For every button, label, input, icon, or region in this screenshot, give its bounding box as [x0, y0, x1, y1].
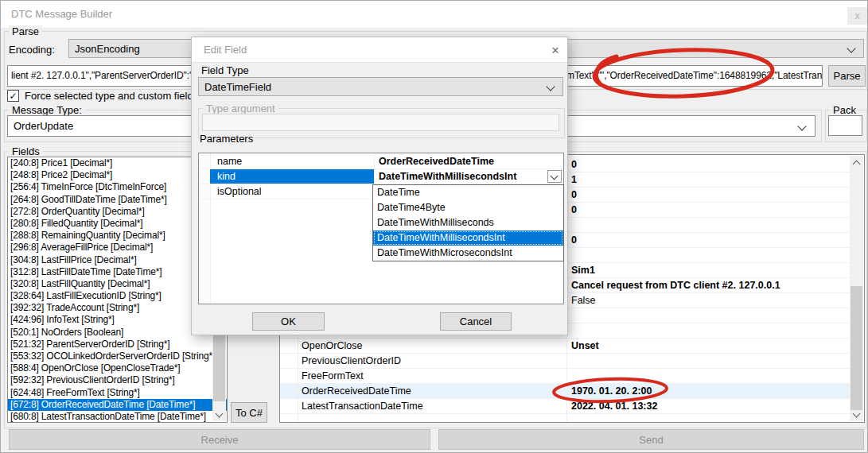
field-list-item[interactable]: [624:48] FreeFormText [String*]	[8, 387, 227, 399]
field-list-item[interactable]: [521:32] ParentServerOrderID [String*]	[8, 339, 227, 350]
field-list-item-label: [592:32] PreviousClientOrderID [String*]	[10, 374, 175, 385]
grid-row-value: 0	[571, 203, 577, 217]
field-list-item-label: [248:8] Price2 [Decimal*]	[10, 169, 112, 180]
field-list-item-label: [296:8] AverageFillPrice [Decimal*]	[10, 242, 153, 253]
kind-dropdown-option[interactable]: DateTimeWithMilliseconds	[373, 215, 563, 230]
field-list-item[interactable]: [592:32] PreviousClientOrderID [String*]	[8, 374, 227, 386]
grid-row-value: 0	[571, 188, 577, 202]
scroll-down-button[interactable]	[212, 408, 226, 421]
field-type-value: DateTimeField	[204, 78, 271, 95]
edit-field-dialog: Edit Field ✕ Field Type DateTimeField Ty…	[191, 37, 568, 335]
grid-row[interactable]: FreeFormText	[280, 369, 850, 384]
field-type-combobox[interactable]: DateTimeField	[198, 77, 563, 96]
fields-group-label: Fields	[9, 145, 43, 157]
grid-row-name: PreviousClientOrderID	[302, 354, 401, 368]
grid-row-value: Cancel request from DTC client #2. 127.0…	[571, 278, 780, 292]
message-type-label: Message Type:	[9, 104, 85, 116]
grid-scrollbar[interactable]	[850, 156, 863, 421]
window-close-button[interactable]: x	[847, 7, 867, 25]
parameter-row[interactable]: name OrderReceivedDateTime	[199, 154, 563, 169]
message-type-value: OrderUpdate	[14, 116, 73, 136]
field-type-label: Field Type	[200, 64, 251, 76]
ok-button[interactable]: OK	[252, 312, 325, 331]
field-list-item-label: [312:8] LastFillDateTime [DateTime*]	[10, 266, 162, 277]
field-list-item-label: [672:8] OrderReceivedDateTime [DateTime*…	[10, 399, 195, 410]
field-list-item-label: [553:32] OCOLinkedOrderServerOrderID [St…	[10, 350, 215, 362]
field-list-item[interactable]: [680:8] LatestTransactionDateTime [DateT…	[8, 411, 227, 423]
receive-button[interactable]: Receive	[9, 429, 430, 450]
grid-row[interactable]: LatestTransactionDateTime 2022. 04. 01. …	[280, 399, 850, 414]
field-list-item-label: [328:64] LastFillExecutionID [String*]	[10, 290, 162, 301]
field-list-item[interactable]: [588:4] OpenOrClose [OpenCloseTrade*]	[8, 362, 227, 374]
kind-dropdown-option[interactable]: DateTimeWithMicrosecondsInt	[373, 246, 563, 261]
kind-dropdown-option[interactable]: DateTimeWithMillisecondsInt	[373, 230, 563, 246]
field-list-item-label: [320:8] LastFillQuantity [Decimal*]	[10, 278, 150, 289]
chevron-down-icon	[551, 172, 559, 180]
scrollbar-thumb[interactable]	[850, 286, 862, 410]
scroll-down-button[interactable]	[850, 408, 863, 421]
field-list-item-label: [240:8] Price1 [Decimal*]	[10, 157, 112, 168]
field-list-item-label: [521:32] ParentServerOrderID [String*]	[10, 339, 169, 350]
send-button[interactable]: Send	[438, 429, 864, 450]
message-text-left-fragment: lient #2. 127.0.0.1","ParentServerOrderI…	[11, 66, 196, 86]
kind-dropdown-option[interactable]: DateTime4Byte	[373, 200, 563, 215]
parameter-dropdown-button[interactable]	[547, 170, 562, 183]
parameter-name: kind	[210, 169, 374, 184]
dialog-title: Edit Field	[204, 44, 247, 56]
cancel-button[interactable]: Cancel	[440, 312, 512, 331]
pack-input[interactable]	[828, 115, 862, 136]
parameter-value: OrderReceivedDateTime	[374, 154, 563, 168]
parameter-name: isOptional	[210, 184, 374, 199]
grid-row-name: LatestTransactionDateTime	[302, 399, 423, 413]
chevron-down-icon	[797, 122, 806, 130]
parse-group-label: Parse	[9, 25, 42, 37]
pack-label: Pack	[830, 104, 859, 116]
kind-dropdown-option[interactable]: DateTime	[373, 185, 563, 200]
window-title-bar: DTC Message Builder x	[1, 1, 867, 29]
field-list-item-label: [288:8] RemainingQuantity [Decimal*]	[10, 230, 165, 241]
field-list-item-label: [304:8] LastFillPrice [Decimal*]	[10, 254, 137, 265]
encoding-value: JsonEncoding	[75, 40, 140, 57]
parameter-value: DateTimeWithMillisecondsInt	[374, 169, 563, 184]
field-list-item[interactable]: [553:32] OCOLinkedOrderServerOrderID [St…	[8, 350, 227, 362]
close-icon: ✕	[551, 45, 560, 56]
field-list-item-label: [264:8] GoodTillDateTime [DateTime*]	[10, 194, 167, 205]
field-list-item-label: [520:1] NoOrders [Boolean]	[10, 327, 123, 338]
grid-row[interactable]: OpenOrClose Unset	[280, 339, 850, 354]
grid-row-value: 2022. 04. 01. 13:32	[571, 399, 657, 413]
field-list-item-label: [280:8] FilledQuantity [Decimal*]	[10, 218, 142, 229]
close-icon: x	[854, 10, 860, 21]
field-list-item-label: [624:48] FreeFormText [String*]	[10, 387, 140, 398]
parameter-name: name	[210, 154, 374, 168]
force-type-checkbox[interactable]: ✓	[7, 90, 19, 102]
to-csharp-button[interactable]: To C#	[231, 402, 267, 423]
dialog-close-button[interactable]: ✕	[548, 43, 562, 57]
message-text-right-fragment: mText":"","OrderReceivedDateTime":164881…	[566, 66, 823, 86]
chevron-down-icon	[847, 44, 855, 52]
grid-row-value: 1970. 01. 20. 2:00	[571, 384, 652, 398]
grid-row-value: 0	[571, 233, 577, 247]
grid-row[interactable]: OrderReceivedDateTime 1970. 01. 20. 2:00	[280, 384, 850, 399]
field-list-item-label: [424:96] InfoText [String*]	[10, 314, 115, 325]
grid-row[interactable]: PreviousClientOrderID	[280, 354, 850, 369]
kind-dropdown-list[interactable]: DateTime DateTime4Byte DateTimeWithMilli…	[372, 184, 564, 261]
grid-row-name: OrderReceivedDateTime	[302, 384, 411, 398]
field-list-item-label: [256:4] TimeInForce [DtcTimeInForce]	[10, 181, 166, 192]
window-title: DTC Message Builder	[11, 8, 112, 20]
field-list-item[interactable]: [672:8] OrderReceivedDateTime [DateTime*…	[8, 399, 227, 411]
grid-row-name: FreeFormText	[302, 369, 364, 383]
field-list-item-label: [588:4] OpenOrClose [OpenCloseTrade*]	[10, 362, 180, 374]
grid-row-value: 0	[571, 157, 577, 172]
dtc-message-builder-window: DTC Message Builder x Parse Encoding: Js…	[0, 0, 868, 453]
parameters-label: Parameters	[200, 133, 253, 145]
parse-button[interactable]: Parse	[828, 65, 866, 87]
encoding-label: Encoding:	[9, 44, 55, 56]
grid-row-value: False	[571, 293, 596, 308]
grid-row-value: Unset	[571, 339, 599, 353]
parameter-row[interactable]: kind DateTimeWithMillisecondsInt	[199, 169, 563, 184]
grid-row-value: Sim1	[571, 263, 595, 277]
grid-row-value: 1	[571, 172, 577, 187]
chevron-down-icon	[853, 409, 861, 417]
force-type-checkbox-label: Force selected type and custom fields	[25, 90, 198, 102]
scroll-up-button[interactable]	[850, 156, 863, 169]
